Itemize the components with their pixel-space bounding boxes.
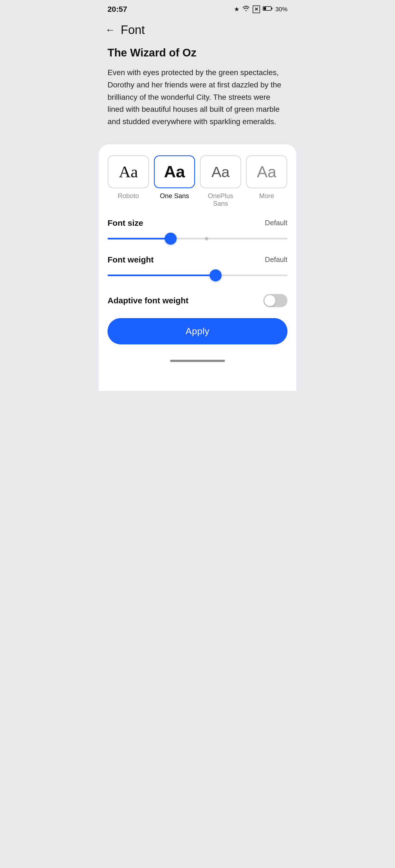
font-weight-thumb[interactable] [209, 269, 222, 281]
font-option-one-sans[interactable]: Aa One Sans [153, 155, 195, 200]
font-aa-more: Aa [257, 164, 277, 180]
font-label-oneplus-sans: OnePlus Sans [200, 192, 242, 208]
font-option-box-roboto[interactable]: Aa [108, 155, 149, 188]
adaptive-font-weight-toggle[interactable] [263, 294, 287, 307]
font-aa-oneplus-sans: Aa [211, 164, 230, 179]
preview-section: The Wizard of Oz Even with eyes protecte… [99, 41, 296, 145]
font-option-box-one-sans[interactable]: Aa [154, 155, 195, 188]
font-label-roboto: Roboto [118, 192, 139, 200]
font-size-fill [108, 238, 171, 240]
adaptive-font-weight-row: Adaptive font weight [108, 292, 287, 307]
font-option-roboto[interactable]: Aa Roboto [108, 155, 149, 200]
svg-rect-1 [271, 8, 273, 9]
font-size-label: Font size [108, 218, 143, 228]
font-weight-label: Font weight [108, 255, 153, 265]
font-weight-section: Font weight Default [108, 255, 287, 281]
font-weight-track[interactable] [108, 275, 287, 276]
font-size-thumb[interactable] [165, 232, 177, 245]
font-option-box-more[interactable]: Aa [246, 155, 287, 188]
font-weight-slider[interactable] [108, 270, 287, 281]
font-size-value: Default [265, 219, 287, 227]
status-time: 20:57 [108, 5, 127, 14]
back-button[interactable]: ← [105, 25, 115, 35]
font-label-one-sans: One Sans [160, 192, 189, 200]
font-weight-fill [108, 275, 216, 276]
home-indicator [108, 355, 287, 370]
font-size-slider[interactable] [108, 233, 287, 244]
status-icons: ★ ✕ 30% [234, 5, 287, 13]
battery-icon [263, 6, 273, 13]
font-option-more[interactable]: Aa More [246, 155, 287, 200]
bottom-sheet: Aa Roboto Aa One Sans Aa OnePlus Sans Aa… [99, 145, 296, 391]
font-size-track[interactable] [108, 238, 287, 240]
adaptive-font-weight-label: Adaptive font weight [108, 296, 189, 305]
font-weight-header: Font weight Default [108, 255, 287, 265]
font-weight-value: Default [265, 255, 287, 264]
bluetooth-icon: ★ [234, 6, 239, 13]
font-aa-one-sans: Aa [164, 163, 185, 180]
preview-book-title: The Wizard of Oz [108, 46, 287, 59]
font-options-row: Aa Roboto Aa One Sans Aa OnePlus Sans Aa… [108, 155, 287, 208]
font-label-more: More [259, 192, 274, 200]
toggle-knob [264, 295, 275, 306]
wifi-icon [242, 5, 250, 13]
header: ← Font [99, 17, 296, 41]
font-option-oneplus-sans[interactable]: Aa OnePlus Sans [200, 155, 242, 208]
font-option-box-oneplus-sans[interactable]: Aa [200, 155, 241, 188]
font-size-section: Font size Default [108, 218, 287, 244]
page-title: Font [121, 23, 145, 37]
font-size-tick-1 [205, 237, 208, 240]
home-indicator-bar [170, 360, 225, 362]
font-size-header: Font size Default [108, 218, 287, 228]
status-bar: 20:57 ★ ✕ 30% [99, 0, 296, 17]
apply-button[interactable]: Apply [108, 318, 287, 344]
font-aa-roboto: Aa [119, 163, 138, 180]
preview-text: Even with eyes protected by the green sp… [108, 67, 287, 128]
signal-x-icon: ✕ [253, 5, 260, 13]
battery-percentage: 30% [275, 6, 287, 13]
svg-rect-2 [263, 7, 266, 10]
